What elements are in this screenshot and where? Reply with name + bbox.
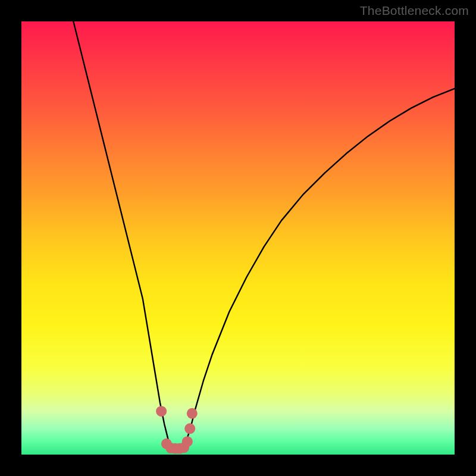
watermark-text: TheBottleneck.com	[360, 4, 469, 18]
chart-frame: TheBottleneck.com	[0, 0, 476, 476]
plot-area	[21, 21, 455, 455]
highlight-markers	[156, 406, 198, 454]
highlight-dot	[184, 423, 195, 434]
highlight-dot	[182, 436, 193, 447]
curve-svg	[21, 21, 455, 455]
highlight-dot	[187, 408, 198, 419]
bottleneck-curve	[73, 21, 455, 452]
highlight-dot	[156, 406, 167, 416]
